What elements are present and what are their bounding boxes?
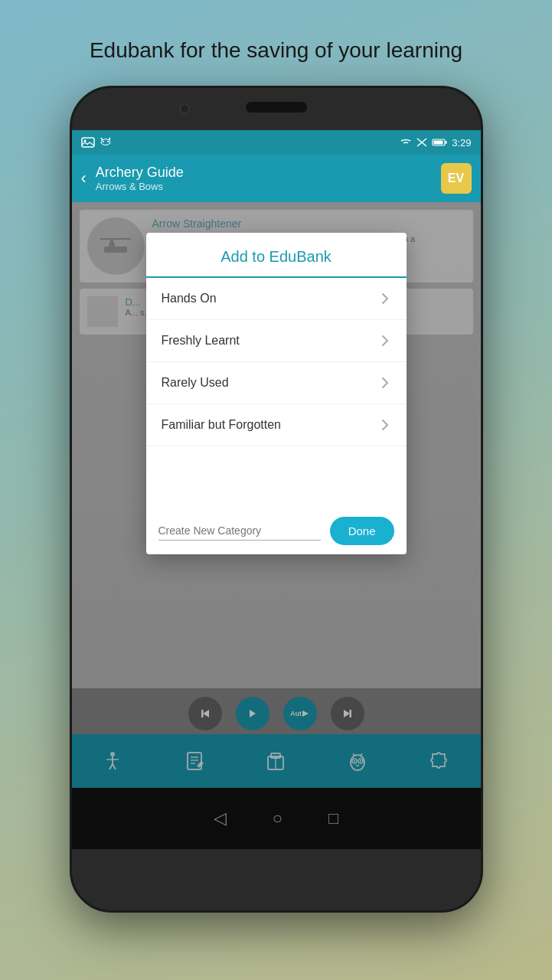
phone-device: 3:29 ‹ Archery Guide Arrows & Bows EV (70, 86, 483, 913)
add-to-edubank-dialog: Add to EduBank Hands On Freshly Learnt (146, 233, 407, 554)
chevron-right-icon (379, 419, 391, 431)
svg-rect-0 (82, 138, 94, 147)
app-bar-titles: Archery Guide Arrows & Bows (96, 165, 441, 192)
phone-camera (179, 103, 190, 114)
item-hands-on-label: Hands On (162, 292, 217, 305)
svg-point-2 (103, 141, 104, 142)
dialog-list: Hands On Freshly Learnt (146, 278, 407, 446)
chevron-right-icon (379, 377, 391, 389)
chevron-right-icon (379, 292, 391, 305)
svg-point-1 (83, 140, 86, 142)
list-item[interactable]: Familiar but Forgotten (146, 404, 407, 446)
list-item[interactable]: Rarely Used (146, 362, 407, 404)
signal-icon (416, 138, 427, 147)
status-time: 3:29 (452, 137, 471, 149)
item-freshly-learnt-label: Freshly Learnt (162, 334, 240, 348)
dialog-title: Add to EduBank (146, 233, 407, 278)
list-item[interactable]: Hands On (146, 278, 407, 320)
app-bar-subtitle: Arrows & Bows (96, 181, 441, 192)
item-rarely-used-label: Rarely Used (162, 376, 229, 390)
list-item[interactable]: Freshly Learnt (146, 320, 407, 362)
svg-point-3 (107, 141, 109, 142)
app-bar-title: Archery Guide (96, 165, 441, 181)
done-button[interactable]: Done (330, 517, 394, 545)
status-right-icons: 3:29 (400, 137, 471, 149)
status-left-icons (81, 137, 112, 148)
app-logo: EV (441, 163, 472, 194)
picture-icon (81, 137, 95, 148)
svg-line-4 (101, 138, 103, 140)
status-bar: 3:29 (72, 130, 481, 155)
back-button[interactable]: ‹ (81, 168, 87, 188)
wifi-icon (400, 138, 412, 147)
svg-rect-10 (434, 141, 443, 145)
page-title: Edubank for the saving of your learning (74, 38, 478, 63)
phone-screen: 3:29 ‹ Archery Guide Arrows & Bows EV (72, 130, 481, 849)
dialog-footer: Done (146, 508, 407, 554)
main-content: Arrow Straightener A arrow straightener … (72, 202, 481, 849)
svg-line-5 (109, 138, 110, 140)
battery-icon (432, 138, 447, 147)
create-category-input[interactable] (158, 521, 321, 541)
android-icon (100, 137, 112, 148)
phone-speaker (246, 102, 307, 113)
app-bar: ‹ Archery Guide Arrows & Bows EV (72, 155, 481, 202)
chevron-right-icon (379, 335, 391, 347)
item-familiar-forgotten-label: Familiar but Forgotten (162, 418, 282, 432)
dialog-overlay: Add to EduBank Hands On Freshly Learnt (72, 202, 481, 849)
svg-rect-9 (446, 141, 447, 144)
